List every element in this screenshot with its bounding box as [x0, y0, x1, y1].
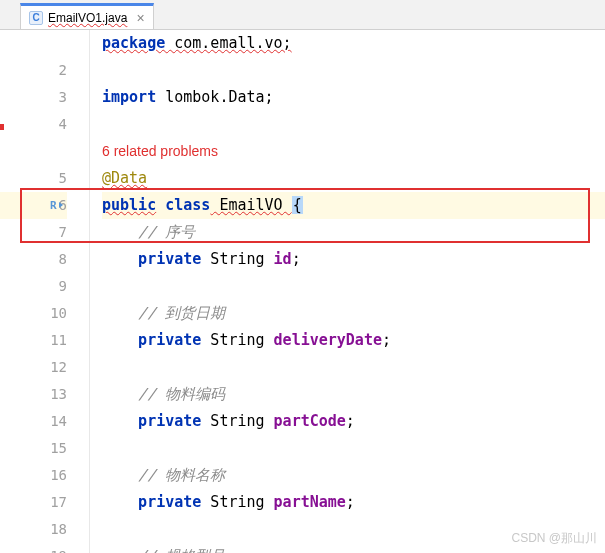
code-line: private String partCode;: [102, 408, 605, 435]
line-number: [0, 30, 67, 57]
code-line: public class EmailVO {: [102, 192, 605, 219]
line-number: 2: [0, 57, 67, 84]
error-stripe: [0, 124, 4, 130]
line-number: 11: [0, 327, 67, 354]
caret: {: [292, 196, 303, 214]
code-line: private String id;: [102, 246, 605, 273]
svg-text:R: R: [50, 199, 57, 212]
close-icon[interactable]: ×: [136, 10, 144, 26]
line-number: 5: [0, 165, 67, 192]
code-line: import lombok.Data;: [102, 84, 605, 111]
code-line: [102, 57, 605, 84]
tab-bar: C EmailVO1.java ×: [0, 0, 605, 30]
line-number: 15: [0, 435, 67, 462]
line-number: 8: [0, 246, 67, 273]
java-class-icon: C: [29, 11, 43, 25]
code-line: // 物料编码: [102, 381, 605, 408]
code-line: @Data: [102, 165, 605, 192]
gutter: 2 3 4 5 6 R 7 8 9 10 11 12 13 14 15 16 1…: [0, 30, 90, 553]
inspection-hint[interactable]: 6 related problems: [102, 138, 605, 165]
file-tab[interactable]: C EmailVO1.java ×: [20, 3, 154, 29]
line-number: 19: [0, 543, 67, 553]
line-number: 9: [0, 273, 67, 300]
line-number: 10: [0, 300, 67, 327]
line-number: 4: [0, 111, 67, 138]
code-line: // 序号: [102, 219, 605, 246]
line-number: [0, 138, 67, 165]
run-gutter-icon[interactable]: R: [49, 197, 65, 213]
line-number: 13: [0, 381, 67, 408]
code-line: // 到货日期: [102, 300, 605, 327]
code-area[interactable]: package com.emall.vo; import lombok.Data…: [90, 30, 605, 553]
line-number: 7: [0, 219, 67, 246]
line-number: 12: [0, 354, 67, 381]
line-number: 16: [0, 462, 67, 489]
line-number: 3: [0, 84, 67, 111]
code-line: // 物料名称: [102, 462, 605, 489]
tab-filename: EmailVO1.java: [48, 11, 127, 25]
watermark: CSDN @那山川: [511, 530, 597, 547]
code-line: [102, 354, 605, 381]
code-line: private String partName;: [102, 489, 605, 516]
code-line: [102, 273, 605, 300]
code-line: private String deliveryDate;: [102, 327, 605, 354]
line-number: 6 R: [0, 192, 67, 219]
code-line: package com.emall.vo;: [102, 30, 605, 57]
code-line: [102, 111, 605, 138]
editor: 2 3 4 5 6 R 7 8 9 10 11 12 13 14 15 16 1…: [0, 30, 605, 553]
line-number: 17: [0, 489, 67, 516]
line-number: 18: [0, 516, 67, 543]
code-line: [102, 435, 605, 462]
line-number: 14: [0, 408, 67, 435]
